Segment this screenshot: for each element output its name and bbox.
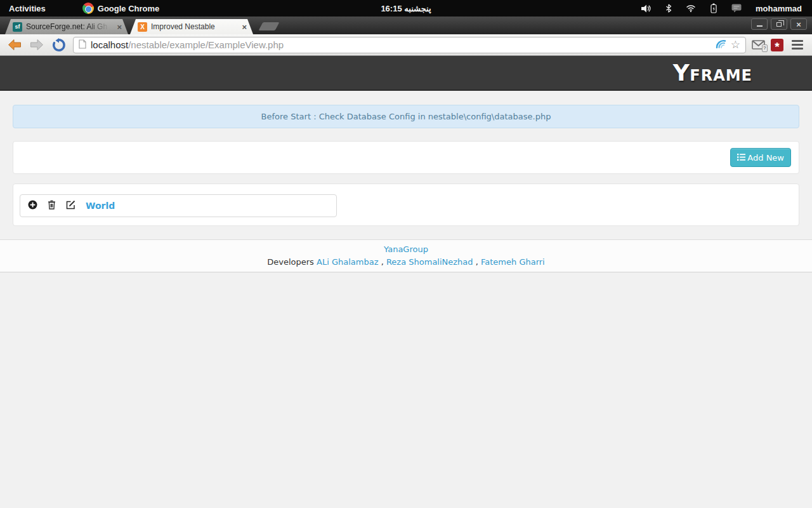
forward-button[interactable] [29,37,45,53]
logo-rest: FRAME [690,67,752,84]
nestable-panel: World [13,184,799,226]
add-new-button[interactable]: Add New [730,148,791,167]
url-path: /nestable/example/ExampleView.php [128,39,284,50]
info-alert: Before Start : Check Database Config in … [13,105,799,128]
tab-title: SourceForge.net: Ali Gh [26,22,113,31]
edit-icon[interactable] [66,200,75,212]
gmail-icon[interactable]: ? [752,40,765,50]
back-button[interactable] [6,37,23,53]
tab-close-icon[interactable]: × [242,22,247,32]
nestable-item-world[interactable]: World [20,194,337,217]
url-host: localhost [91,39,128,50]
plus-circle-icon[interactable] [28,200,37,212]
close-icon: × [796,20,801,29]
developer-link-2[interactable]: Reza ShomaliNezhad [386,257,473,267]
gmail-badge: ? [762,44,768,52]
tab-title: Improved Nestable [151,22,238,31]
wifi-icon[interactable] [686,4,696,12]
browser-tab-strip: sf SourceForge.net: Ali Gh × X Improved … [0,17,812,34]
minimize-button[interactable] [751,18,768,30]
page-content: YFRAME Before Start : Check Database Con… [0,56,812,508]
wave-icon[interactable] [715,39,726,51]
page-background [0,272,812,501]
developer-link-1[interactable]: ALi Ghalambaz [317,257,378,267]
tab-improved-nestable[interactable]: X Improved Nestable × [130,19,253,34]
page-icon [79,39,86,51]
developer-link-3[interactable]: Fatemeh Gharri [481,257,545,267]
lastpass-icon[interactable]: * [771,39,783,51]
alert-text: Before Start : Check Database Config in … [261,112,551,121]
item-label-link[interactable]: World [86,201,115,211]
comma-separator: , [381,257,384,267]
trash-icon[interactable] [48,200,56,212]
restore-button[interactable] [771,18,787,30]
gnome-top-bar: Activities Google Chrome 16:15 پنجشنبه m… [0,0,812,17]
site-footer: YanaGroup Developers ALi Ghalambaz , Rez… [0,239,812,272]
username[interactable]: mohammad [756,4,802,13]
tab-sourceforge[interactable]: sf SourceForge.net: Ali Gh × [5,19,128,34]
menu-icon[interactable] [789,40,806,50]
close-button[interactable]: × [790,18,807,30]
restore-icon [776,22,782,27]
comma-separator: , [476,257,478,267]
add-new-label: Add New [747,153,784,163]
minimize-icon [757,25,763,27]
chat-icon[interactable] [731,4,742,13]
bookmark-star-icon[interactable]: ☆ [731,39,740,50]
address-bar[interactable]: localhost/nestable/example/ExampleView.p… [73,37,746,53]
developers-label: Developers [267,257,314,267]
window-controls: × [751,18,807,30]
url-text[interactable]: localhost/nestable/example/ExampleView.p… [91,39,710,50]
xampp-favicon-icon: X [138,22,147,32]
list-icon [737,153,745,163]
tab-close-icon[interactable]: × [117,22,122,32]
sourceforge-favicon-icon: sf [13,22,22,32]
battery-icon[interactable] [710,3,717,13]
yanagroup-link[interactable]: YanaGroup [384,244,428,254]
site-header: YFRAME [0,56,812,91]
reload-button[interactable] [51,37,67,53]
browser-toolbar: localhost/nestable/example/ExampleView.p… [0,34,812,56]
actions-panel: Add New [13,141,799,174]
logo-first-letter: Y [673,60,690,86]
bluetooth-icon[interactable] [665,4,672,13]
yframe-logo: YFRAME [673,60,752,86]
new-tab-button[interactable] [259,22,280,30]
volume-icon[interactable] [641,4,652,13]
